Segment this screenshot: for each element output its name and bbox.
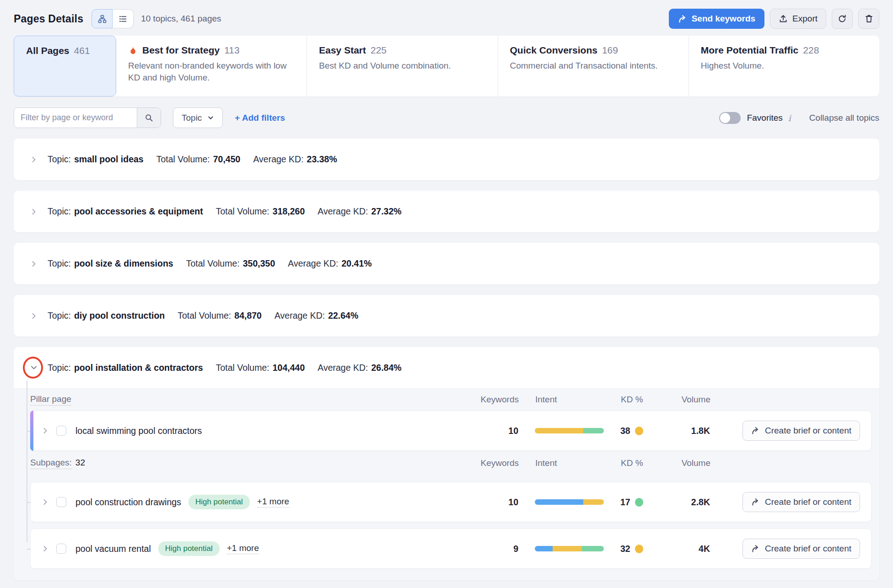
column-keywords: Keywords (450, 458, 519, 468)
topic-row-pool-installation[interactable]: Topic:pool installation & contractors To… (14, 347, 879, 389)
more-badges-link[interactable]: +1 more (227, 543, 259, 554)
list-view-button[interactable] (113, 9, 134, 28)
topic-filter-dropdown[interactable]: Topic (173, 107, 223, 128)
subpage-row-pool-vacuum-rental[interactable]: pool vacuum rental High potential +1 mor… (30, 529, 871, 569)
more-badges-link[interactable]: +1 more (257, 497, 289, 508)
total-volume-value: 350,350 (243, 258, 275, 269)
tab-description: Highest Volume. (701, 60, 867, 72)
chevron-right-icon[interactable] (42, 498, 49, 506)
search-input[interactable] (14, 108, 137, 128)
total-volume-value: 104,440 (273, 363, 305, 373)
intent-bar (535, 546, 604, 551)
create-brief-button[interactable]: Create brief or content (742, 539, 860, 559)
chevron-right-icon[interactable] (30, 312, 38, 320)
column-kd: KD % (621, 458, 653, 468)
row-checkbox[interactable] (56, 497, 66, 507)
chevron-down-icon (207, 114, 214, 121)
subpages-count: 32 (75, 458, 85, 468)
refresh-icon (838, 14, 847, 23)
topic-row-pool-size[interactable]: Topic:pool size & dimensions Total Volum… (14, 243, 879, 284)
column-keywords: Keywords (450, 395, 519, 405)
tab-count: 113 (224, 45, 239, 56)
topic-name: pool accessories & equipment (74, 206, 203, 217)
export-button[interactable]: Export (770, 9, 826, 29)
volume-value: 1.8K (669, 426, 710, 436)
sitemap-icon (98, 15, 107, 23)
topic-row-pool-accessories[interactable]: Topic:pool accessories & equipment Total… (14, 191, 879, 232)
strategy-tabs: All Pages 461 Best for Strategy 113 Rele… (14, 36, 879, 96)
row-checkbox[interactable] (56, 544, 66, 554)
create-brief-button[interactable]: Create brief or content (742, 421, 860, 441)
intent-bar (535, 428, 604, 433)
kd-dot (635, 427, 643, 435)
tab-quick-conversions[interactable]: Quick Conversions 169 Commercial and Tra… (498, 36, 689, 96)
send-keywords-button[interactable]: Send keywords (669, 9, 764, 29)
column-volume: Volume (669, 395, 710, 405)
pillar-page-row[interactable]: local swimming pool contractors 10 38 1.… (30, 411, 871, 451)
chevron-right-icon[interactable] (30, 156, 38, 163)
page-name: pool construction drawings (75, 497, 181, 508)
subpages-header-row: Subpages: 32 Keywords Intent KD % Volume (30, 451, 871, 476)
keywords-count: 10 (450, 497, 518, 508)
export-icon (779, 14, 788, 23)
page-title: Pages Details (14, 13, 83, 25)
chevron-down-icon[interactable] (30, 364, 38, 371)
topic-name: diy pool construction (74, 310, 165, 321)
forward-arrow-icon (751, 498, 760, 506)
subpages-label[interactable]: Subpages: (30, 458, 72, 469)
topic-name: pool installation & contractors (74, 363, 203, 373)
chevron-right-icon[interactable] (30, 260, 38, 267)
create-brief-button[interactable]: Create brief or content (742, 492, 860, 512)
tab-easy-start[interactable]: Easy Start 225 Best KD and Volume combin… (307, 36, 498, 96)
tree-view-button[interactable] (91, 9, 113, 28)
trash-icon (865, 14, 873, 23)
chevron-right-icon[interactable] (42, 545, 49, 552)
filter-bar: Topic + Add filters Favorites i Collapse… (14, 107, 879, 128)
row-checkbox[interactable] (56, 426, 66, 436)
subpage-row-pool-construction-drawings[interactable]: pool construction drawings High potentia… (30, 482, 871, 522)
high-potential-badge: High potential (158, 541, 220, 556)
favorites-toggle[interactable] (719, 112, 741, 124)
page-name: pool vacuum rental (75, 544, 151, 554)
keywords-count: 9 (450, 544, 518, 554)
chevron-right-icon[interactable] (42, 427, 49, 434)
average-kd-value: 26.84% (371, 363, 401, 373)
pages-table: Pillar page Keywords Intent KD % Volume (14, 389, 879, 581)
topic-row-diy-pool-construction[interactable]: Topic:diy pool construction Total Volume… (14, 295, 879, 337)
tab-all-pages[interactable]: All Pages 461 (14, 36, 116, 96)
keywords-count: 10 (450, 426, 518, 436)
search-box (14, 107, 161, 128)
topic-row-small-pool-ideas[interactable]: Topic:small pool ideas Total Volume:70,4… (14, 139, 879, 180)
tab-count: 169 (602, 45, 618, 56)
search-button[interactable] (137, 108, 161, 128)
tab-description: Best KD and Volume combination. (319, 60, 485, 72)
page-header: Pages Details (14, 7, 879, 30)
tab-description: Commercial and Transactional intents. (510, 60, 677, 72)
forward-arrow-icon (751, 427, 760, 435)
pillar-header-row: Pillar page Keywords Intent KD % Volume (30, 389, 871, 411)
page-name: local swimming pool contractors (75, 426, 202, 436)
column-intent: Intent (535, 458, 604, 468)
tab-best-for-strategy[interactable]: Best for Strategy 113 Relevant non-brand… (116, 36, 307, 96)
tab-more-potential-traffic[interactable]: More Potential Traffic 228 Highest Volum… (689, 36, 879, 96)
list-icon (118, 15, 127, 23)
collapse-all-topics-link[interactable]: Collapse all topics (809, 113, 879, 123)
forward-arrow-icon (751, 545, 760, 553)
info-icon[interactable]: i (788, 113, 791, 123)
average-kd-value: 22.64% (328, 310, 358, 321)
average-kd-value: 23.38% (307, 154, 337, 165)
add-filters-link[interactable]: + Add filters (235, 113, 285, 123)
favorites-label: Favorites (747, 113, 783, 123)
topic-name: small pool ideas (74, 154, 144, 165)
total-volume-value: 84,870 (234, 310, 262, 321)
volume-value: 4K (669, 544, 710, 554)
chevron-right-icon[interactable] (30, 208, 38, 215)
kd-value: 38 (620, 426, 630, 436)
refresh-button[interactable] (832, 9, 853, 29)
kd-value: 17 (620, 497, 630, 508)
search-icon (145, 113, 154, 123)
forward-arrow-icon (678, 15, 687, 23)
tree-connector-line (27, 380, 27, 542)
delete-button[interactable] (858, 9, 879, 29)
pillar-page-label[interactable]: Pillar page (30, 394, 71, 406)
